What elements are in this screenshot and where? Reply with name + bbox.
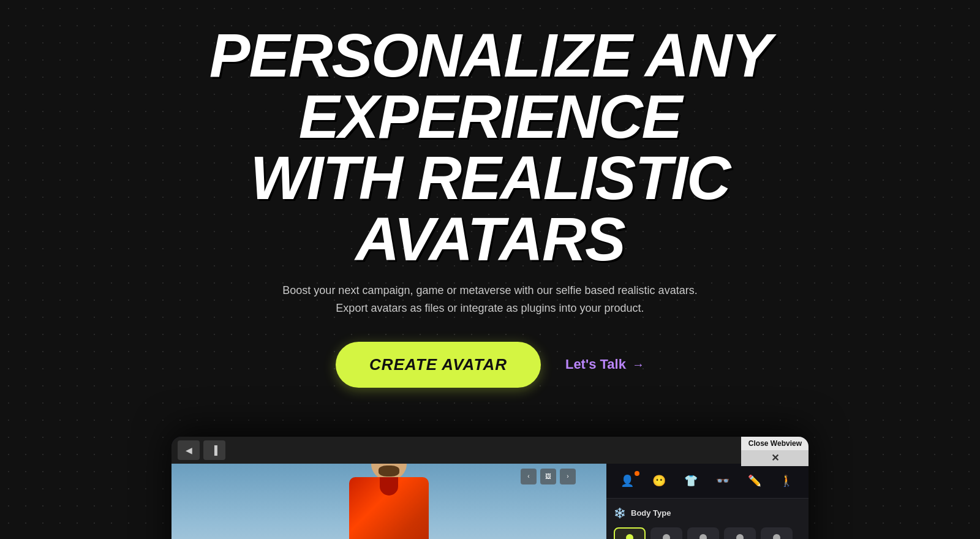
tab-edit[interactable]: ✏️ [740, 469, 769, 493]
body-type-option-1[interactable] [614, 527, 646, 539]
hero-title-line2: WITH REALISTIC AVATARS [250, 143, 729, 273]
tab-accessories[interactable]: 👓 [708, 469, 737, 493]
close-webview-label[interactable]: Close Webview [741, 437, 809, 450]
viewport-screenshot-icon[interactable]: 🖼 [540, 469, 556, 484]
page-wrapper: PERSONALIZE ANY EXPERIENCE WITH REALISTI… [0, 0, 980, 539]
clothing-tab-icon: 👕 [684, 474, 698, 488]
hero-subtitle: Boost your next campaign, game or metave… [276, 282, 704, 317]
body-type-option-3[interactable] [687, 527, 719, 539]
body-figure-head-4 [736, 534, 744, 539]
face-tab-icon: 😶 [652, 474, 666, 488]
preview-topbar: ◀ ▐ Close Webview ✕ [172, 437, 809, 464]
avatar-body [349, 477, 429, 539]
preview-main: ‹ › ‹ 🖼 › 👤 😶 [172, 464, 809, 539]
accessories-tab-icon: 👓 [716, 474, 729, 488]
edit-tab-icon: ✏️ [748, 474, 761, 488]
body-type-option-5[interactable] [761, 527, 793, 539]
tab-pose[interactable]: 🚶 [772, 469, 801, 493]
pose-tab-icon: 🚶 [780, 474, 793, 488]
body-type-option-2[interactable] [650, 527, 682, 539]
body-figure-2 [659, 534, 674, 539]
topbar-button-2[interactable]: ▐ [203, 440, 225, 460]
customization-panel: 👤 😶 👕 👓 ✏️ 🚶 [606, 464, 809, 539]
lets-talk-button[interactable]: Let's Talk → [565, 356, 644, 372]
topbar-left: ◀ ▐ [178, 440, 225, 460]
body-figure-head-5 [773, 534, 780, 539]
body-tab-icon: 👤 [620, 474, 634, 488]
cta-row: CREATE AVATAR Let's Talk → [123, 342, 858, 388]
tab-body-badge [635, 471, 639, 476]
body-figure-3 [696, 534, 710, 539]
body-type-section: ❄️ Body Type [606, 499, 809, 539]
topbar-icon-2: ▐ [211, 445, 217, 455]
viewport-top-nav: ‹ 🖼 › [521, 469, 576, 484]
close-webview-x-button[interactable]: ✕ [741, 450, 809, 466]
body-figure-head-1 [626, 534, 633, 539]
create-avatar-button[interactable]: CREATE AVATAR [336, 342, 541, 388]
body-figure-4 [733, 534, 747, 539]
body-type-header: ❄️ Body Type [614, 507, 801, 519]
topbar-icon-1: ◀ [186, 445, 192, 455]
body-type-label: Body Type [631, 508, 671, 518]
hero-section: PERSONALIZE ANY EXPERIENCE WITH REALISTI… [0, 0, 980, 437]
lets-talk-arrow-icon: → [632, 358, 644, 372]
hero-title-line1: PERSONALIZE ANY EXPERIENCE [209, 21, 771, 151]
body-type-option-4[interactable] [724, 527, 756, 539]
avatar-beard [379, 466, 399, 477]
topbar-button-1[interactable]: ◀ [178, 440, 200, 460]
body-figure-head-3 [699, 534, 707, 539]
tab-body[interactable]: 👤 [612, 469, 642, 493]
avatar-viewport: ‹ › ‹ 🖼 › [172, 464, 606, 539]
tab-face[interactable]: 😶 [644, 469, 674, 493]
lets-talk-label: Let's Talk [565, 356, 626, 372]
viewport-nav-btn-right[interactable]: › [560, 469, 576, 484]
panel-tabs: 👤 😶 👕 👓 ✏️ 🚶 [606, 464, 809, 499]
body-figure-1 [622, 534, 637, 539]
avatar-figure [349, 464, 429, 539]
body-figure-head-2 [663, 534, 670, 539]
preview-container: ◀ ▐ Close Webview ✕ [172, 437, 809, 539]
body-type-options [614, 527, 801, 539]
body-figure-5 [769, 534, 784, 539]
hero-title: PERSONALIZE ANY EXPERIENCE WITH REALISTI… [123, 24, 858, 270]
tab-clothing[interactable]: 👕 [676, 469, 706, 493]
close-webview-popup: Close Webview ✕ [741, 437, 809, 466]
viewport-nav-btn-left[interactable]: ‹ [521, 469, 537, 484]
body-type-icon: ❄️ [614, 507, 626, 519]
